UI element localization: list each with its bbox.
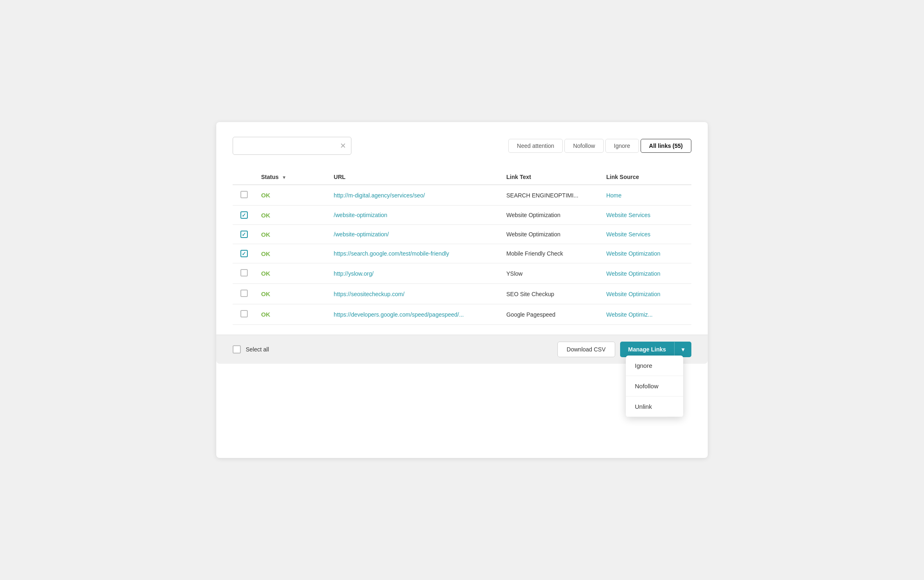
table-row: OKhttps://search.google.com/test/mobile-… — [233, 244, 691, 263]
select-all-area: Select all — [233, 345, 269, 353]
row-checkbox[interactable] — [240, 310, 248, 317]
col-header-link-source: Link Source — [600, 170, 691, 185]
row-link-text: Website Optimization — [500, 206, 600, 225]
row-link-text: Google Pagespeed — [500, 304, 600, 325]
row-link-source[interactable]: Website Optimiz... — [606, 311, 652, 318]
table-row: OK/website-optimization/Website Optimiza… — [233, 225, 691, 244]
table-row: OKhttp://m-digital.agency/services/seo/S… — [233, 185, 691, 206]
dropdown-item-nofollow[interactable]: Nofollow — [626, 376, 683, 396]
status-badge: OK — [261, 192, 270, 199]
row-checkbox[interactable] — [240, 211, 248, 219]
col-header-status[interactable]: Status ▼ — [255, 170, 328, 185]
dropdown-item-unlink[interactable]: Unlink — [626, 396, 683, 417]
row-link-text: Website Optimization — [500, 225, 600, 244]
table-row: OKhttps://seositecheckup.com/SEO Site Ch… — [233, 284, 691, 304]
row-url[interactable]: /website-optimization — [334, 212, 387, 218]
row-url[interactable]: /website-optimization/ — [334, 231, 389, 238]
filter-tabs: Need attention Nofollow Ignore All links… — [508, 139, 691, 153]
row-checkbox[interactable] — [240, 250, 248, 257]
top-bar: optimizat ✕ Need attention Nofollow Igno… — [233, 137, 691, 155]
search-input[interactable]: optimizat — [238, 143, 337, 150]
main-card: optimizat ✕ Need attention Nofollow Igno… — [216, 122, 708, 458]
status-badge: OK — [261, 231, 270, 238]
row-link-source[interactable]: Website Services — [606, 231, 650, 238]
col-header-url: URL — [328, 170, 500, 185]
row-link-source[interactable]: Website Services — [606, 212, 650, 218]
row-link-text: SEO Site Checkup — [500, 284, 600, 304]
tab-ignore[interactable]: Ignore — [605, 139, 639, 153]
tab-all-links[interactable]: All links (55) — [641, 139, 691, 153]
col-header-checkbox — [233, 170, 255, 185]
sort-icon: ▼ — [282, 175, 286, 180]
manage-links-label: Manage Links — [620, 342, 675, 357]
row-link-source[interactable]: Website Optimization — [606, 250, 660, 257]
row-checkbox[interactable] — [240, 191, 248, 198]
table-row: OK/website-optimizationWebsite Optimizat… — [233, 206, 691, 225]
row-link-source[interactable]: Home — [606, 192, 621, 199]
links-table: Status ▼ URL Link Text Link Source OKhtt… — [233, 170, 691, 325]
row-url[interactable]: https://seositecheckup.com/ — [334, 291, 405, 297]
clear-icon[interactable]: ✕ — [340, 141, 346, 150]
status-badge: OK — [261, 250, 270, 257]
row-link-source[interactable]: Website Optimization — [606, 291, 660, 297]
context-dropdown: Ignore Nofollow Unlink — [626, 356, 683, 417]
row-url[interactable]: http://yslow.org/ — [334, 270, 374, 277]
row-url[interactable]: https://developers.google.com/speed/page… — [334, 311, 464, 318]
col-header-link-text: Link Text — [500, 170, 600, 185]
footer-actions: Download CSV Manage Links ▼ — [557, 342, 691, 357]
select-all-label: Select all — [246, 346, 269, 353]
select-all-checkbox[interactable] — [233, 345, 241, 353]
row-checkbox[interactable] — [240, 231, 248, 238]
row-link-text: SEARCH ENGINEOPTIMI... — [500, 185, 600, 206]
row-url[interactable]: http://m-digital.agency/services/seo/ — [334, 192, 425, 199]
tab-need-attention[interactable]: Need attention — [508, 139, 563, 153]
row-url[interactable]: https://search.google.com/test/mobile-fr… — [334, 250, 449, 257]
status-badge: OK — [261, 212, 270, 219]
row-link-text: YSlow — [500, 263, 600, 284]
row-checkbox[interactable] — [240, 290, 248, 297]
dropdown-item-ignore[interactable]: Ignore — [626, 356, 683, 376]
manage-links-dropdown-arrow[interactable]: ▼ — [674, 342, 691, 357]
table-row: OKhttps://developers.google.com/speed/pa… — [233, 304, 691, 325]
manage-links-button[interactable]: Manage Links ▼ — [620, 342, 691, 357]
table-row: OKhttp://yslow.org/YSlowWebsite Optimiza… — [233, 263, 691, 284]
tab-nofollow[interactable]: Nofollow — [564, 139, 604, 153]
row-link-text: Mobile Friendly Check — [500, 244, 600, 263]
status-badge: OK — [261, 270, 270, 277]
status-badge: OK — [261, 311, 270, 318]
row-checkbox[interactable] — [240, 269, 248, 276]
status-badge: OK — [261, 290, 270, 297]
row-link-source[interactable]: Website Optimization — [606, 270, 660, 277]
search-box: optimizat ✕ — [233, 137, 351, 155]
download-csv-button[interactable]: Download CSV — [557, 342, 615, 357]
